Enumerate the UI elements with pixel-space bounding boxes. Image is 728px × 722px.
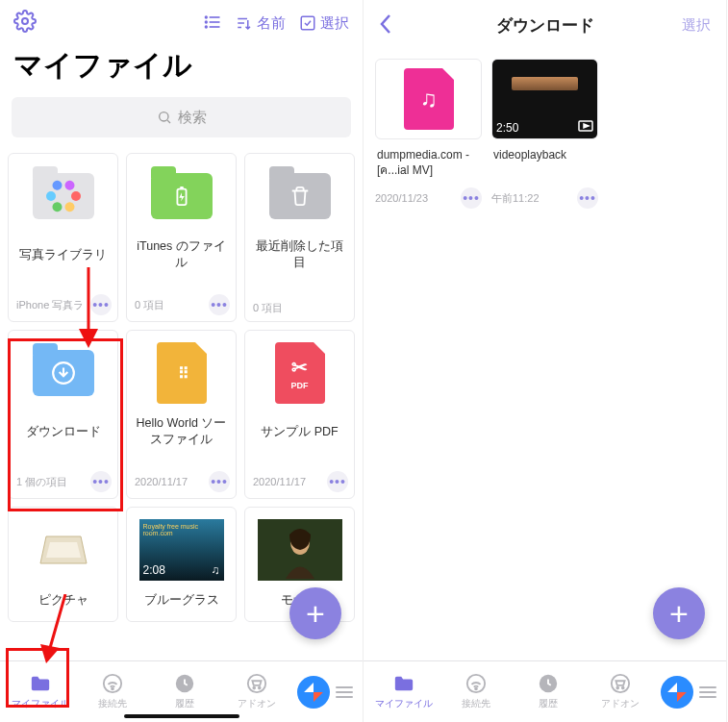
svg-point-23 (248, 675, 265, 692)
tab-addons[interactable]: アドオン (585, 673, 657, 710)
more-button[interactable]: ••• (327, 471, 348, 492)
file-dumpmedia[interactable]: ♫ dumpmedia.com - [ค...ial MV] 2020/11/2… (375, 59, 482, 209)
more-button[interactable]: ••• (209, 471, 230, 492)
more-button[interactable]: ••• (577, 187, 598, 209)
add-button[interactable]: + (289, 587, 341, 639)
item-label: ブルーグラス (127, 592, 236, 609)
item-label: 最近削除した項目 (245, 238, 354, 271)
tab-addons[interactable]: アドオン (221, 673, 293, 710)
tab-label: 接続先 (462, 697, 490, 710)
svg-point-32 (622, 687, 624, 689)
menu-icon[interactable] (699, 686, 716, 698)
add-button[interactable]: + (653, 587, 705, 639)
sort-button[interactable]: 名前 (236, 14, 286, 33)
item-label: videoplayback (491, 139, 598, 182)
item-meta: 1 個の項目 (16, 475, 67, 489)
tab-label: 履歴 (539, 697, 558, 710)
tab-label: マイファイル (375, 697, 433, 710)
wifi-icon (465, 673, 487, 694)
page-title: マイファイル (0, 40, 363, 97)
file-picture[interactable]: ピクチャ (8, 507, 118, 622)
svg-point-5 (206, 21, 208, 23)
item-label: iTunes のファイル (127, 238, 236, 271)
select-button[interactable]: 選択 (663, 16, 711, 35)
topbar: ダウンロード 選択 (364, 0, 726, 47)
svg-point-21 (112, 688, 113, 690)
plus-icon: + (669, 595, 689, 633)
image-thumbnail (21, 519, 106, 581)
music-note-icon: ♫ (212, 563, 220, 577)
select-button[interactable]: 選択 (299, 14, 349, 33)
item-meta: iPhone 写真ラ (16, 298, 84, 312)
download-icon (51, 361, 76, 386)
svg-point-30 (612, 675, 629, 692)
tab-connections[interactable]: 接続先 (439, 673, 512, 710)
folder-itunes[interactable]: iTunes のファイル 0 項目••• (126, 153, 237, 322)
tab-my-files[interactable]: マイファイル (367, 673, 439, 710)
item-meta: 2020/11/17 (253, 476, 306, 487)
file-hello-world[interactable]: ⠿ Hello World ソースファイル 2020/11/17••• (126, 330, 237, 499)
svg-rect-7 (301, 16, 314, 30)
view-list-icon[interactable] (203, 12, 222, 35)
item-label: サンプル PDF (245, 415, 354, 448)
settings-icon[interactable] (13, 10, 37, 37)
svg-point-24 (254, 687, 256, 689)
more-button[interactable]: ••• (461, 187, 482, 209)
file-grid: ♫ dumpmedia.com - [ค...ial MV] 2020/11/2… (364, 47, 726, 220)
video-icon (578, 120, 593, 135)
more-button[interactable]: ••• (209, 294, 230, 315)
svg-point-0 (22, 18, 28, 24)
search-placeholder: 検索 (178, 109, 207, 127)
item-label: ダウンロード (9, 415, 117, 448)
wifi-icon (102, 673, 123, 694)
page-title: ダウンロード (427, 14, 663, 37)
file-videoplayback[interactable]: 2:50 videoplayback 午前11:22••• (491, 59, 598, 209)
folder-downloads[interactable]: ダウンロード 1 個の項目••• (8, 330, 118, 499)
photos-icon (51, 184, 76, 209)
folder-icon (269, 173, 331, 219)
topbar: 名前 選択 (0, 0, 363, 40)
sort-label: 名前 (257, 14, 286, 33)
folder-recently-deleted[interactable]: 最近削除した項目 0 項目 (244, 153, 355, 322)
audio-file-icon: ♫ (404, 68, 454, 130)
search-input[interactable]: 検索 (12, 97, 351, 137)
folder-photo-library[interactable]: 写真ライブラリ iPhone 写真ラ••• (8, 153, 118, 322)
clock-icon (174, 673, 195, 694)
tab-bar: マイファイル 接続先 履歴 アドオン (364, 660, 726, 722)
tab-label: マイファイル (12, 697, 69, 710)
item-label: dumpmedia.com - [ค...ial MV] (375, 139, 482, 182)
battery-icon (171, 183, 192, 210)
svg-point-25 (259, 687, 261, 689)
menu-icon[interactable] (336, 686, 353, 698)
browser-button[interactable] (297, 676, 330, 709)
video-thumbnail: Royalty free music room.com 2:08 ♫ (139, 519, 224, 581)
tab-history[interactable]: 履歴 (513, 673, 585, 710)
cart-icon (246, 673, 267, 694)
tab-label: アドオン (601, 697, 640, 710)
folder-icon (151, 173, 213, 219)
plus-icon: + (306, 595, 325, 633)
tab-my-files[interactable]: マイファイル (4, 673, 76, 710)
item-meta: 午前11:22 (491, 191, 540, 206)
video-thumbnail: 2:50 (492, 60, 597, 138)
file-sample-pdf[interactable]: ✂PDF サンプル PDF 2020/11/17••• (244, 330, 355, 499)
more-button[interactable]: ••• (90, 294, 112, 315)
tab-bar: マイファイル 接続先 履歴 アドオン (0, 660, 363, 722)
item-meta: 0 項目 (253, 301, 283, 315)
search-icon (157, 110, 172, 125)
svg-marker-14 (46, 542, 81, 558)
image-thumbnail (258, 519, 342, 581)
clock-icon (538, 673, 559, 694)
tab-label: 履歴 (175, 697, 194, 710)
folder-icon (33, 173, 94, 219)
svg-line-9 (167, 120, 170, 123)
browser-button[interactable] (661, 676, 693, 709)
file-bluegrass[interactable]: Royalty free music room.com 2:08 ♫ ブルーグラ… (126, 507, 237, 622)
more-button[interactable]: ••• (90, 471, 112, 492)
tab-connections[interactable]: 接続先 (76, 673, 148, 710)
svg-point-6 (206, 26, 208, 28)
back-button[interactable] (379, 13, 427, 37)
zip-file-icon: ⠿ (157, 342, 207, 404)
item-meta: 2020/11/23 (375, 192, 428, 204)
tab-history[interactable]: 履歴 (149, 673, 221, 710)
